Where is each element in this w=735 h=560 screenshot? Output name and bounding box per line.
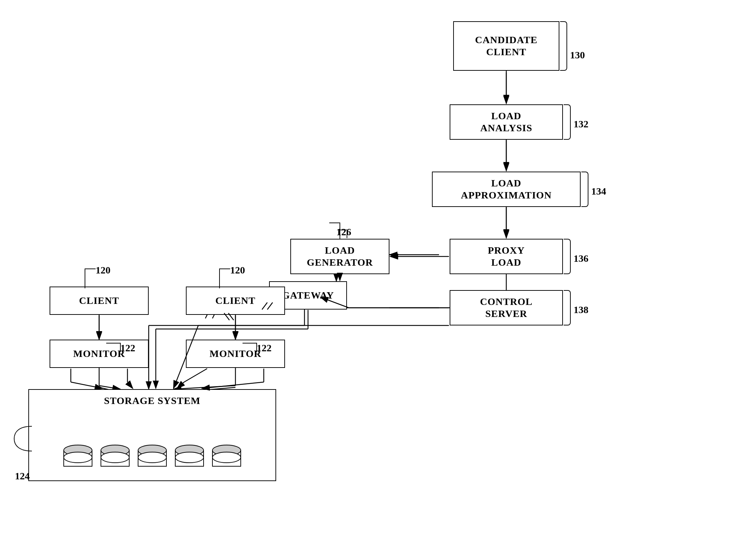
svg-line-64: [177, 382, 184, 388]
ref-124: 124: [15, 470, 30, 482]
storage-system-box: STORAGE SYSTEM: [28, 389, 276, 481]
svg-line-63: [184, 369, 207, 382]
ref124-bracket: [12, 425, 34, 453]
svg-line-66: [202, 382, 264, 388]
svg-point-36: [175, 452, 204, 463]
load-analysis-label: LOAD ANALYSIS: [480, 110, 532, 134]
disk1-icon: [62, 441, 94, 470]
load-analysis-box: LOAD ANALYSIS: [450, 104, 563, 140]
svg-line-60: [71, 382, 103, 388]
gateway-label: GATEWAY: [282, 289, 334, 301]
proxy-load-label: PROXY LOAD: [488, 244, 525, 268]
svg-point-39: [212, 452, 241, 463]
ref-136: 136: [574, 253, 588, 264]
client2-label: CLIENT: [215, 295, 255, 307]
control-server-label: CONTROL SERVER: [480, 296, 533, 319]
candidate-client-bracket: [560, 21, 567, 71]
ref-120-1: 120: [96, 265, 110, 276]
storage-system-label: STORAGE SYSTEM: [104, 395, 201, 407]
client1-label: CLIENT: [79, 295, 119, 307]
ref-132: 132: [574, 119, 588, 130]
ref126-bracket: [319, 219, 361, 241]
proxy-load-bracket: [564, 239, 571, 274]
disk5-icon: [211, 441, 243, 470]
candidate-client-label: CANDIDATE CLIENT: [475, 34, 538, 58]
svg-point-33: [138, 452, 166, 463]
ref-122-2: 122: [257, 342, 272, 354]
load-generator-label: LOAD GENERATOR: [307, 244, 373, 268]
load-approx-label: LOAD APPROXIMATION: [461, 177, 552, 201]
disk3-icon: [136, 441, 168, 470]
ref-138: 138: [574, 304, 588, 316]
svg-line-14: [99, 386, 120, 389]
ref-134: 134: [591, 186, 606, 197]
load-approx-box: LOAD APPROXIMATION: [432, 172, 581, 207]
load-analysis-bracket: [564, 104, 571, 140]
client1-box: CLIENT: [50, 287, 149, 315]
control-server-box: CONTROL SERVER: [450, 290, 563, 325]
svg-point-27: [64, 452, 92, 463]
disk2-icon: [99, 441, 131, 470]
svg-line-62: [127, 382, 133, 388]
disk4-icon: [173, 441, 205, 470]
control-server-bracket: [564, 290, 571, 325]
candidate-client-box: CANDIDATE CLIENT: [453, 21, 559, 71]
svg-point-30: [101, 452, 129, 463]
ref-130: 130: [570, 50, 585, 61]
load-approx-bracket: [581, 172, 588, 207]
ref-122-1: 122: [120, 342, 135, 354]
client2-box: CLIENT: [186, 287, 285, 315]
diagram: CANDIDATE CLIENT 130 LOAD ANALYSIS 132 L…: [0, 0, 735, 560]
proxy-load-box: PROXY LOAD: [450, 239, 563, 274]
ref-120-2: 120: [230, 265, 245, 276]
svg-line-16: [173, 386, 235, 389]
load-generator-box: LOAD GENERATOR: [290, 239, 389, 274]
